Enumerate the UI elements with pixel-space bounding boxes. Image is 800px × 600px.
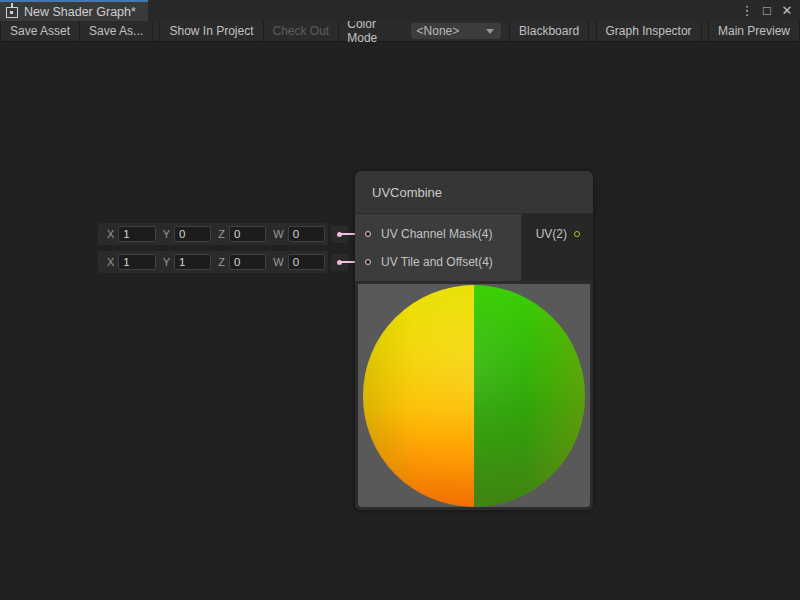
vector-field-x[interactable]: 1 <box>118 226 155 242</box>
color-mode-label: Color Mode <box>339 17 410 45</box>
vector-field-z[interactable]: 0 <box>229 254 266 270</box>
node-input-ports: UV Channel Mask(4) UV Tile and Offset(4) <box>355 214 521 281</box>
node-preview <box>358 284 590 507</box>
show-in-project-button[interactable]: Show In Project <box>159 21 263 41</box>
shader-graph-icon <box>6 7 18 18</box>
main-preview-button[interactable]: Main Preview <box>708 21 800 41</box>
vector-field-z[interactable]: 0 <box>229 226 266 242</box>
field-label-w: W <box>273 228 283 240</box>
node-uvcombine[interactable]: UVCombine UV Channel Mask(4) UV Tile and… <box>355 171 593 510</box>
port-row: UV Channel Mask(4) <box>355 220 521 248</box>
chevron-down-icon <box>486 29 494 34</box>
check-out-button[interactable]: Check Out <box>264 21 340 41</box>
node-title: UVCombine <box>372 185 442 200</box>
output-port-icon[interactable] <box>574 231 580 237</box>
vector4-row-1: X 1 Y 0 Z 0 W 0 <box>98 223 328 245</box>
node-body: UV Channel Mask(4) UV Tile and Offset(4)… <box>355 214 593 281</box>
vector-field-w[interactable]: 0 <box>288 254 325 270</box>
field-label-x: X <box>107 256 114 268</box>
tab-new-shader-graph[interactable]: New Shader Graph* <box>0 0 148 21</box>
field-label-w: W <box>273 256 283 268</box>
shader-graph-window: New Shader Graph* ⋮ □ ✕ Save Asset Save … <box>0 0 800 600</box>
field-label-x: X <box>107 228 114 240</box>
graph-canvas[interactable]: X 1 Y 0 Z 0 W 0 X 1 Y 1 Z 0 W 0 <box>0 42 800 599</box>
vector-field-y[interactable]: 0 <box>174 226 211 242</box>
vector-field-y[interactable]: 1 <box>174 254 211 270</box>
field-label-y: Y <box>163 256 170 268</box>
tab-title: New Shader Graph* <box>24 5 136 19</box>
save-as-button[interactable]: Save As... <box>80 21 153 41</box>
toolbar: Save Asset Save As... Show In Project Ch… <box>0 21 800 42</box>
port-label: UV(2) <box>536 227 567 241</box>
tab-bar: New Shader Graph* ⋮ □ ✕ <box>0 0 800 21</box>
color-mode-value: <None> <box>417 24 460 38</box>
vector-field-w[interactable]: 0 <box>288 226 325 242</box>
maximize-icon[interactable]: □ <box>759 2 775 20</box>
color-mode-group: Color Mode <None> <box>339 21 509 41</box>
port-row: UV(2) <box>521 220 593 248</box>
node-header: UVCombine <box>355 171 593 214</box>
field-label-y: Y <box>163 228 170 240</box>
node-output-ports: UV(2) <box>521 214 593 281</box>
port-label: UV Channel Mask(4) <box>381 227 492 241</box>
port-row: UV Tile and Offset(4) <box>355 248 521 276</box>
input-port-icon[interactable] <box>365 259 371 265</box>
vector-field-x[interactable]: 1 <box>118 254 155 270</box>
sphere-shading <box>363 285 585 507</box>
graph-inspector-button[interactable]: Graph Inspector <box>596 21 702 41</box>
preview-sphere <box>363 285 585 507</box>
save-asset-button[interactable]: Save Asset <box>0 21 80 41</box>
blackboard-button[interactable]: Blackboard <box>509 21 589 41</box>
close-icon[interactable]: ✕ <box>779 2 795 20</box>
window-controls: ⋮ □ ✕ <box>739 0 800 21</box>
field-label-z: Z <box>218 228 225 240</box>
color-mode-dropdown[interactable]: <None> <box>411 23 502 39</box>
kebab-menu-icon[interactable]: ⋮ <box>739 2 755 20</box>
vector4-row-2: X 1 Y 1 Z 0 W 0 <box>98 251 328 273</box>
input-port-icon[interactable] <box>365 231 371 237</box>
field-label-z: Z <box>218 256 225 268</box>
port-label: UV Tile and Offset(4) <box>381 255 493 269</box>
